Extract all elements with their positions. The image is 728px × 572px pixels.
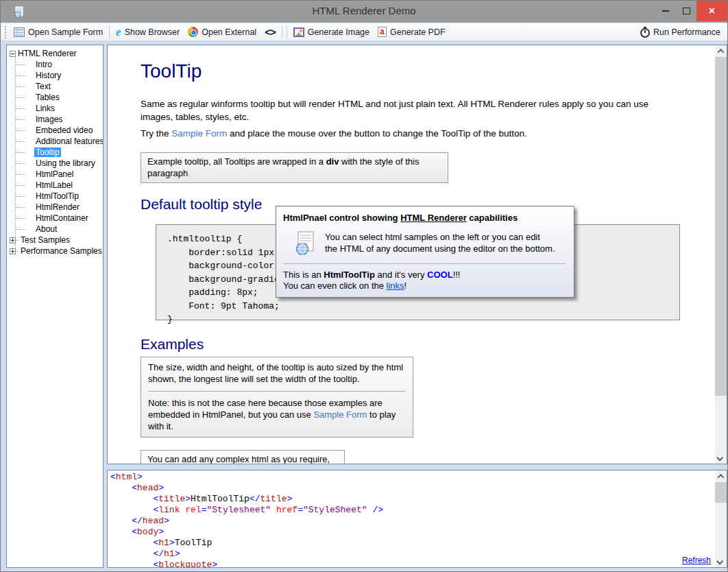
show-source-button[interactable]: <> [260, 24, 280, 40]
tree-item-label: HtmlToolTip [34, 191, 80, 201]
editor-line: <title>HtmlToolTip</title> [110, 494, 713, 505]
tree-item-label: Tooltip [34, 147, 61, 157]
tree-item-htmlpanel[interactable]: HtmlPanel [7, 169, 103, 180]
tree-item-intro[interactable]: Intro [7, 59, 103, 70]
editor-line: <blockquote> [110, 560, 713, 568]
tree-item-label: Tables [34, 93, 61, 102]
tree-item-history[interactable]: History [7, 70, 103, 81]
chevron-up-icon [718, 49, 725, 56]
html-tooltip-popup: HtmlPnael control showing HTML Renderer … [276, 206, 574, 298]
tree-item-label: Performance Samples [19, 246, 104, 256]
minimize-icon [662, 10, 669, 12]
open-sample-form-button[interactable]: Open Sample Form [10, 25, 107, 39]
internet-explorer-icon: e [116, 27, 121, 37]
tree-item-htmltooltip[interactable]: HtmlToolTip [7, 191, 103, 202]
document-globe-icon [294, 231, 316, 256]
tree-item-test-samples[interactable]: Test Samples [7, 235, 103, 246]
show-browser-button[interactable]: e Show Browser [112, 25, 184, 39]
scroll-down-button[interactable] [715, 556, 727, 567]
chevron-down-icon [716, 455, 723, 462]
expand-box-icon[interactable] [10, 237, 16, 243]
tree-item-text[interactable]: Text [7, 81, 103, 92]
app-window: HTML Renderer Demo × Open Sample Form e … [0, 0, 728, 572]
maximize-icon [683, 8, 690, 14]
tree-item-label: Intro [34, 60, 53, 69]
tooltip-footer-line1: This is an HtmlToolTip and it's very COO… [283, 270, 567, 281]
open-external-button[interactable]: Open External [184, 25, 260, 39]
expand-box-icon[interactable] [10, 248, 16, 254]
toolbar-separator [287, 25, 287, 38]
scroll-up-button[interactable] [715, 470, 727, 482]
example-tooltip-box: Example tooltip, all Tooltips are wrappe… [141, 152, 448, 183]
page-title: ToolTip [141, 60, 202, 82]
refresh-link[interactable]: Refresh [679, 556, 711, 565]
tree-item-label: History [34, 71, 62, 80]
examples-box: The size, width and height, of the toolt… [141, 357, 413, 438]
intro-paragraph: Same as regular winforms tooltip but wil… [141, 97, 667, 123]
editor-line: <h1>ToolTip [110, 538, 713, 549]
editor-scrollbar[interactable] [715, 470, 727, 567]
maximize-button[interactable] [676, 1, 696, 21]
tree-item-tooltip[interactable]: Tooltip [7, 147, 103, 158]
default-style-heading: Default tooltip style [141, 196, 262, 213]
tooltip-footer-line2: You can even click on the links! [283, 281, 567, 291]
tree-collapsed-roots: Test SamplesPerformance Samples [7, 235, 103, 257]
tree-item-html-renderer[interactable]: HTML Renderer [7, 48, 103, 59]
tree-item-label: HtmlContainer [34, 213, 90, 223]
run-performance-button[interactable]: Run Performance [636, 25, 725, 40]
tree-item-performance-samples[interactable]: Performance Samples [7, 246, 103, 257]
scroll-up-button[interactable] [715, 45, 727, 57]
chevron-down-icon [716, 558, 723, 565]
tree-item-label: Test Samples [19, 235, 71, 245]
tree-item-label: About [34, 224, 58, 234]
chevron-up-icon [718, 474, 725, 481]
tree-item-additional-features[interactable]: Additional features [7, 136, 103, 147]
window-title: HTML Renderer Demo [1, 5, 727, 16]
editor-line: <body> [110, 527, 713, 538]
tooltip-body: You can select html samples on the left … [294, 231, 567, 256]
examples-paragraph-2: Note: this is not the case here because … [148, 397, 406, 432]
tree-item-tables[interactable]: Tables [7, 92, 103, 103]
minimize-button[interactable] [655, 1, 676, 21]
generate-image-button[interactable]: Generate Image [289, 25, 374, 39]
editor-line: <link rel="Stylesheet" href="StyleSheet"… [110, 505, 713, 516]
editor-line: </h1> [110, 549, 713, 560]
collapse-box-icon[interactable] [10, 51, 16, 57]
sample-form-link[interactable]: Sample Form [313, 409, 367, 420]
tree-item-images[interactable]: Images [7, 114, 103, 125]
try-paragraph: Try the Sample Form and place the mouse … [141, 127, 667, 140]
sample-form-link[interactable]: Sample Form [171, 128, 227, 139]
toolbar-grip[interactable] [5, 26, 7, 38]
editor-line: <head> [110, 483, 713, 494]
generate-pdf-button[interactable]: Generate PDF [374, 25, 450, 39]
tree-item-about[interactable]: About [7, 224, 103, 235]
main-toolbar: Open Sample Form e Show Browser Open Ext… [1, 23, 727, 41]
complex-html-box: You can add any complex html as you requ… [141, 450, 345, 464]
close-button[interactable]: × [696, 1, 727, 21]
tree-item-label: Images [34, 115, 64, 124]
tree-item-label: HtmlRender [34, 202, 81, 212]
tooltip-divider [283, 263, 566, 264]
scroll-thumb[interactable] [715, 482, 727, 503]
links-link[interactable]: links [387, 281, 404, 291]
pdf-icon [378, 27, 387, 37]
tree-item-htmlrender[interactable]: HtmlRender [7, 202, 103, 213]
toolbar-separator [282, 25, 282, 38]
scroll-down-button[interactable] [715, 452, 727, 464]
scroll-thumb[interactable] [715, 57, 727, 396]
tree-item-embeded-video[interactable]: Embeded video [7, 125, 103, 136]
tree-item-label: HtmlPanel [34, 169, 75, 179]
html-editor-panel[interactable]: <html> <head> <title>HtmlToolTip</title>… [107, 470, 727, 568]
editor-code[interactable]: <html> <head> <title>HtmlToolTip</title>… [110, 472, 713, 568]
tree-item-htmllabel[interactable]: HtmlLabel [7, 180, 103, 191]
close-icon: × [709, 5, 715, 16]
examples-paragraph-1: The size, width and height, of the toolt… [148, 361, 406, 385]
main-scrollbar[interactable] [715, 45, 727, 464]
tooltip-body-text: You can select html samples on the left … [325, 231, 555, 256]
tooltip-title: HtmlPnael control showing HTML Renderer … [283, 213, 567, 223]
examples-heading: Examples [141, 336, 204, 353]
tree-item-links[interactable]: Links [7, 103, 103, 114]
chrome-icon [188, 27, 198, 37]
tree-item-using-the-library[interactable]: Using the library [7, 158, 103, 169]
tree-item-htmlcontainer[interactable]: HtmlContainer [7, 213, 103, 224]
